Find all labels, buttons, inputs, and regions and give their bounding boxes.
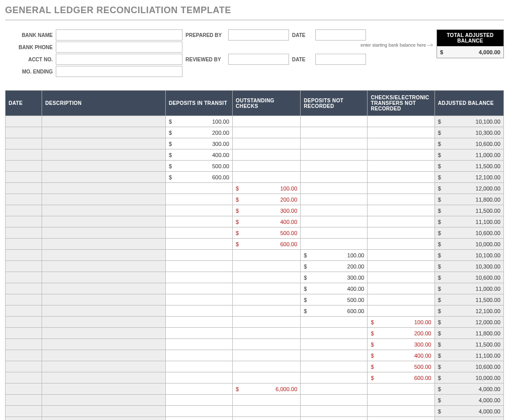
cell-checks-transfers-not-recorded[interactable]	[368, 283, 434, 294]
cell-deposits-not-recorded[interactable]	[301, 138, 368, 149]
cell-checks-transfers-not-recorded[interactable]	[368, 172, 434, 183]
cell-description[interactable]	[42, 339, 166, 350]
cell-deposits-not-recorded[interactable]	[301, 205, 368, 216]
cell-description[interactable]	[42, 417, 166, 421]
cell-outstanding-checks[interactable]	[233, 417, 301, 421]
cell-checks-transfers-not-recorded[interactable]	[368, 127, 434, 138]
cell-date[interactable]	[6, 227, 42, 239]
cell-deposits-not-recorded[interactable]	[301, 384, 368, 395]
cell-deposits-in-transit[interactable]	[165, 339, 232, 350]
cell-checks-transfers-not-recorded[interactable]	[368, 116, 434, 127]
cell-deposits-in-transit[interactable]: $200.00	[165, 127, 232, 138]
cell-deposits-not-recorded[interactable]	[301, 116, 368, 127]
cell-date[interactable]	[6, 384, 42, 395]
cell-deposits-in-transit[interactable]	[165, 227, 232, 239]
cell-outstanding-checks[interactable]: $500.00	[233, 227, 301, 239]
cell-outstanding-checks[interactable]	[233, 283, 301, 294]
cell-deposits-in-transit[interactable]	[165, 294, 232, 306]
cell-deposits-in-transit[interactable]	[165, 261, 232, 272]
cell-deposits-not-recorded[interactable]	[301, 350, 368, 361]
cell-description[interactable]	[42, 328, 166, 339]
cell-checks-transfers-not-recorded[interactable]	[368, 183, 434, 194]
cell-checks-transfers-not-recorded[interactable]	[368, 261, 434, 272]
cell-deposits-in-transit[interactable]	[165, 384, 232, 395]
cell-description[interactable]	[42, 372, 166, 384]
cell-outstanding-checks[interactable]: $300.00	[233, 205, 301, 216]
cell-deposits-not-recorded[interactable]	[301, 317, 368, 328]
cell-date[interactable]	[6, 205, 42, 216]
cell-checks-transfers-not-recorded[interactable]	[368, 294, 434, 306]
cell-description[interactable]	[42, 350, 166, 361]
cell-date[interactable]	[6, 283, 42, 294]
cell-deposits-in-transit[interactable]: $500.00	[165, 161, 232, 172]
cell-description[interactable]	[42, 272, 166, 283]
cell-date[interactable]	[6, 149, 42, 161]
cell-outstanding-checks[interactable]	[233, 406, 301, 417]
cell-deposits-not-recorded[interactable]	[301, 328, 368, 339]
cell-deposits-not-recorded[interactable]: $300.00	[301, 272, 368, 283]
cell-deposits-not-recorded[interactable]: $400.00	[301, 283, 368, 294]
cell-date[interactable]	[6, 361, 42, 372]
cell-outstanding-checks[interactable]: $200.00	[233, 194, 301, 205]
cell-deposits-not-recorded[interactable]	[301, 149, 368, 161]
cell-date[interactable]	[6, 328, 42, 339]
cell-description[interactable]	[42, 406, 166, 417]
cell-outstanding-checks[interactable]	[233, 272, 301, 283]
cell-deposits-in-transit[interactable]	[165, 417, 232, 421]
cell-checks-transfers-not-recorded[interactable]	[368, 216, 434, 227]
cell-description[interactable]	[42, 138, 166, 149]
cell-checks-transfers-not-recorded[interactable]	[368, 250, 434, 261]
cell-description[interactable]	[42, 261, 166, 272]
cell-date[interactable]	[6, 306, 42, 317]
cell-deposits-in-transit[interactable]	[165, 317, 232, 328]
cell-outstanding-checks[interactable]	[233, 250, 301, 261]
cell-outstanding-checks[interactable]: $600.00	[233, 239, 301, 250]
cell-checks-transfers-not-recorded[interactable]: $300.00	[368, 339, 434, 350]
cell-deposits-not-recorded[interactable]	[301, 361, 368, 372]
cell-deposits-not-recorded[interactable]: $600.00	[301, 306, 368, 317]
cell-description[interactable]	[42, 283, 166, 294]
cell-description[interactable]	[42, 227, 166, 239]
cell-deposits-in-transit[interactable]: $400.00	[165, 149, 232, 161]
cell-outstanding-checks[interactable]	[233, 138, 301, 149]
cell-outstanding-checks[interactable]: $6,000.00	[233, 384, 301, 395]
cell-date[interactable]	[6, 138, 42, 149]
cell-description[interactable]	[42, 216, 166, 227]
cell-outstanding-checks[interactable]	[233, 339, 301, 350]
bank-name-field[interactable]	[56, 29, 183, 41]
cell-outstanding-checks[interactable]	[233, 372, 301, 384]
cell-description[interactable]	[42, 384, 166, 395]
cell-date[interactable]	[6, 161, 42, 172]
cell-checks-transfers-not-recorded[interactable]: $600.00	[368, 372, 434, 384]
cell-deposits-in-transit[interactable]	[165, 239, 232, 250]
cell-deposits-not-recorded[interactable]	[301, 227, 368, 239]
cell-date[interactable]	[6, 127, 42, 138]
cell-date[interactable]	[6, 272, 42, 283]
cell-deposits-not-recorded[interactable]: $500.00	[301, 294, 368, 306]
cell-checks-transfers-not-recorded[interactable]	[368, 384, 434, 395]
cell-date[interactable]	[6, 172, 42, 183]
cell-outstanding-checks[interactable]	[233, 127, 301, 138]
cell-deposits-in-transit[interactable]	[165, 283, 232, 294]
cell-deposits-in-transit[interactable]: $100.00	[165, 116, 232, 127]
cell-checks-transfers-not-recorded[interactable]	[368, 227, 434, 239]
cell-deposits-in-transit[interactable]	[165, 183, 232, 194]
cell-description[interactable]	[42, 294, 166, 306]
cell-description[interactable]	[42, 395, 166, 406]
prepared-date-field[interactable]	[315, 29, 366, 41]
cell-date[interactable]	[6, 372, 42, 384]
cell-outstanding-checks[interactable]	[233, 306, 301, 317]
cell-outstanding-checks[interactable]	[233, 317, 301, 328]
reviewed-by-field[interactable]	[228, 54, 289, 65]
cell-deposits-not-recorded[interactable]	[301, 239, 368, 250]
cell-deposits-in-transit[interactable]	[165, 216, 232, 227]
cell-description[interactable]	[42, 161, 166, 172]
cell-deposits-not-recorded[interactable]	[301, 183, 368, 194]
mo-ending-field[interactable]	[56, 66, 183, 77]
cell-checks-transfers-not-recorded[interactable]	[368, 306, 434, 317]
cell-deposits-not-recorded[interactable]	[301, 194, 368, 205]
cell-outstanding-checks[interactable]	[233, 328, 301, 339]
cell-checks-transfers-not-recorded[interactable]: $200.00	[368, 328, 434, 339]
cell-date[interactable]	[6, 294, 42, 306]
cell-description[interactable]	[42, 317, 166, 328]
